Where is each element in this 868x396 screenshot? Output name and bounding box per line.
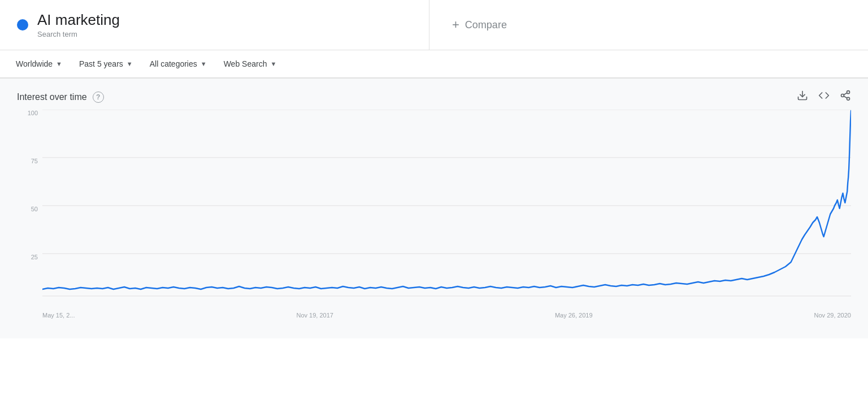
help-icon[interactable]: ? [93,92,104,103]
chart-section: Interest over time ? [0,79,868,338]
chart-title: Interest over time [17,92,87,102]
y-label-100: 100 [17,110,42,116]
svg-line-4 [844,96,847,98]
download-button[interactable] [797,90,808,104]
category-filter-arrow: ▼ [201,60,207,67]
term-text: AI marketing Search term [37,11,120,38]
svg-line-5 [844,93,847,95]
chart-x-labels: May 15, 2... Nov 19, 2017 May 26, 2019 N… [42,304,851,319]
chart-container: 100 75 50 25 May 15, 2... Nov 19, 2 [17,110,851,319]
term-subtitle: Search term [37,30,120,38]
search-type-filter[interactable]: Web Search ▼ [224,59,277,68]
x-label-nov2020: Nov 29, 2020 [814,312,851,319]
header: AI marketing Search term + Compare [0,0,868,50]
chart-svg-area [42,110,851,302]
term-name: AI marketing [37,11,120,29]
category-filter-label: All categories [150,59,197,68]
location-filter[interactable]: Worldwide ▼ [16,59,62,68]
term-color-dot [17,19,28,31]
x-label-start: May 15, 2... [42,312,75,319]
chart-title-area: Interest over time ? [17,92,104,103]
y-label-75: 75 [17,158,42,164]
compare-plus-icon: + [452,18,459,32]
x-label-nov2017: Nov 19, 2017 [296,312,333,319]
search-term-section: AI marketing Search term [0,0,429,50]
share-button[interactable] [840,90,851,104]
x-label-may2019: May 26, 2019 [555,312,593,319]
trend-chart-svg [42,110,851,302]
category-filter[interactable]: All categories ▼ [150,59,207,68]
location-filter-label: Worldwide [16,59,53,68]
y-label-25: 25 [17,254,42,260]
time-filter-arrow: ▼ [127,60,133,67]
chart-actions [797,90,851,104]
chart-header: Interest over time ? [17,90,851,104]
chart-y-labels: 100 75 50 25 [17,110,42,302]
compare-label: Compare [465,19,507,31]
search-type-filter-label: Web Search [224,59,267,68]
search-type-filter-arrow: ▼ [270,60,276,67]
y-label-50: 50 [17,206,42,212]
compare-section[interactable]: + Compare [429,0,530,50]
time-filter[interactable]: Past 5 years ▼ [79,59,133,68]
location-filter-arrow: ▼ [56,60,62,67]
embed-button[interactable] [818,90,830,104]
time-filter-label: Past 5 years [79,59,123,68]
filters-bar: Worldwide ▼ Past 5 years ▼ All categorie… [0,50,868,79]
